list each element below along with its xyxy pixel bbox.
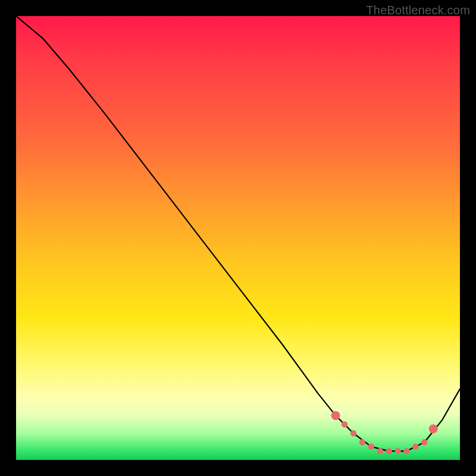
marker-point bbox=[331, 411, 340, 420]
watermark-text: TheBottleneck.com bbox=[366, 4, 470, 17]
chart-overlay bbox=[16, 16, 460, 460]
marker-point bbox=[429, 424, 438, 433]
marker-point bbox=[412, 443, 418, 449]
marker-point bbox=[350, 430, 356, 436]
chart-frame: TheBottleneck.com bbox=[0, 0, 476, 476]
marker-point bbox=[421, 439, 427, 445]
marker-group bbox=[331, 411, 438, 454]
marker-point bbox=[386, 448, 392, 454]
marker-point bbox=[368, 443, 374, 449]
bottleneck-curve bbox=[16, 16, 460, 451]
marker-point bbox=[359, 439, 365, 445]
marker-point bbox=[403, 448, 409, 454]
marker-point bbox=[377, 448, 383, 454]
marker-point bbox=[394, 448, 400, 454]
marker-point bbox=[342, 421, 347, 427]
